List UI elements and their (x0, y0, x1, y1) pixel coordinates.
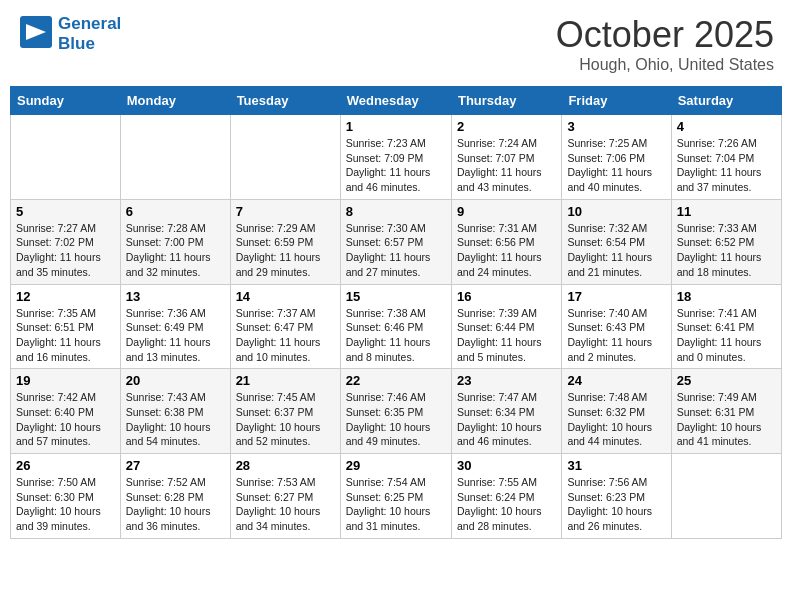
day-info: Daylight: 11 hours and 24 minutes. (457, 250, 556, 279)
day-info: Sunset: 6:37 PM (236, 405, 335, 420)
calendar-cell: 7Sunrise: 7:29 AMSunset: 6:59 PMDaylight… (230, 199, 340, 284)
weekday-header: Friday (562, 87, 671, 115)
day-info: Sunset: 6:46 PM (346, 320, 446, 335)
day-number: 28 (236, 458, 335, 473)
logo: General Blue (18, 14, 121, 54)
calendar-cell: 27Sunrise: 7:52 AMSunset: 6:28 PMDayligh… (120, 454, 230, 539)
day-info: Sunset: 6:32 PM (567, 405, 665, 420)
calendar-week-row: 12Sunrise: 7:35 AMSunset: 6:51 PMDayligh… (11, 284, 782, 369)
day-info: Sunrise: 7:50 AM (16, 475, 115, 490)
day-info: Sunset: 6:52 PM (677, 235, 776, 250)
day-info: Sunrise: 7:47 AM (457, 390, 556, 405)
calendar-cell: 12Sunrise: 7:35 AMSunset: 6:51 PMDayligh… (11, 284, 121, 369)
calendar-cell: 9Sunrise: 7:31 AMSunset: 6:56 PMDaylight… (451, 199, 561, 284)
calendar-cell: 2Sunrise: 7:24 AMSunset: 7:07 PMDaylight… (451, 115, 561, 200)
calendar-cell (230, 115, 340, 200)
day-number: 1 (346, 119, 446, 134)
day-info: Daylight: 10 hours and 52 minutes. (236, 420, 335, 449)
day-info: Sunset: 6:28 PM (126, 490, 225, 505)
logo-icon (18, 14, 54, 54)
calendar-cell: 14Sunrise: 7:37 AMSunset: 6:47 PMDayligh… (230, 284, 340, 369)
day-number: 20 (126, 373, 225, 388)
calendar-week-row: 26Sunrise: 7:50 AMSunset: 6:30 PMDayligh… (11, 454, 782, 539)
day-info: Sunrise: 7:36 AM (126, 306, 225, 321)
day-info: Sunrise: 7:29 AM (236, 221, 335, 236)
day-info: Sunrise: 7:40 AM (567, 306, 665, 321)
day-info: Daylight: 11 hours and 10 minutes. (236, 335, 335, 364)
day-info: Sunrise: 7:35 AM (16, 306, 115, 321)
day-info: Sunset: 7:00 PM (126, 235, 225, 250)
calendar-cell: 20Sunrise: 7:43 AMSunset: 6:38 PMDayligh… (120, 369, 230, 454)
day-info: Daylight: 11 hours and 13 minutes. (126, 335, 225, 364)
day-info: Sunset: 6:27 PM (236, 490, 335, 505)
weekday-header: Monday (120, 87, 230, 115)
calendar-cell (120, 115, 230, 200)
day-info: Sunrise: 7:30 AM (346, 221, 446, 236)
title-area: October 2025 Hough, Ohio, United States (556, 14, 774, 74)
weekday-header: Sunday (11, 87, 121, 115)
calendar-cell: 24Sunrise: 7:48 AMSunset: 6:32 PMDayligh… (562, 369, 671, 454)
day-number: 15 (346, 289, 446, 304)
weekday-header: Thursday (451, 87, 561, 115)
day-info: Daylight: 10 hours and 39 minutes. (16, 504, 115, 533)
day-info: Daylight: 11 hours and 37 minutes. (677, 165, 776, 194)
day-info: Sunrise: 7:31 AM (457, 221, 556, 236)
day-info: Sunrise: 7:38 AM (346, 306, 446, 321)
calendar-cell: 30Sunrise: 7:55 AMSunset: 6:24 PMDayligh… (451, 454, 561, 539)
day-info: Sunset: 7:09 PM (346, 151, 446, 166)
calendar-cell: 4Sunrise: 7:26 AMSunset: 7:04 PMDaylight… (671, 115, 781, 200)
day-number: 25 (677, 373, 776, 388)
day-info: Sunset: 6:49 PM (126, 320, 225, 335)
day-number: 7 (236, 204, 335, 219)
calendar-cell: 25Sunrise: 7:49 AMSunset: 6:31 PMDayligh… (671, 369, 781, 454)
day-number: 14 (236, 289, 335, 304)
calendar-cell: 21Sunrise: 7:45 AMSunset: 6:37 PMDayligh… (230, 369, 340, 454)
day-info: Daylight: 11 hours and 21 minutes. (567, 250, 665, 279)
day-number: 12 (16, 289, 115, 304)
day-info: Daylight: 11 hours and 35 minutes. (16, 250, 115, 279)
day-info: Daylight: 10 hours and 49 minutes. (346, 420, 446, 449)
day-number: 6 (126, 204, 225, 219)
day-number: 10 (567, 204, 665, 219)
day-info: Daylight: 11 hours and 27 minutes. (346, 250, 446, 279)
day-number: 26 (16, 458, 115, 473)
day-info: Daylight: 10 hours and 28 minutes. (457, 504, 556, 533)
day-number: 16 (457, 289, 556, 304)
day-number: 27 (126, 458, 225, 473)
day-number: 21 (236, 373, 335, 388)
weekday-header: Tuesday (230, 87, 340, 115)
calendar-cell: 5Sunrise: 7:27 AMSunset: 7:02 PMDaylight… (11, 199, 121, 284)
day-info: Daylight: 11 hours and 18 minutes. (677, 250, 776, 279)
day-info: Sunrise: 7:56 AM (567, 475, 665, 490)
calendar-cell: 11Sunrise: 7:33 AMSunset: 6:52 PMDayligh… (671, 199, 781, 284)
day-info: Sunset: 6:31 PM (677, 405, 776, 420)
calendar-week-row: 19Sunrise: 7:42 AMSunset: 6:40 PMDayligh… (11, 369, 782, 454)
day-info: Daylight: 11 hours and 43 minutes. (457, 165, 556, 194)
calendar-cell: 31Sunrise: 7:56 AMSunset: 6:23 PMDayligh… (562, 454, 671, 539)
day-info: Daylight: 11 hours and 29 minutes. (236, 250, 335, 279)
day-number: 30 (457, 458, 556, 473)
day-info: Daylight: 10 hours and 36 minutes. (126, 504, 225, 533)
day-info: Sunrise: 7:52 AM (126, 475, 225, 490)
calendar-cell: 8Sunrise: 7:30 AMSunset: 6:57 PMDaylight… (340, 199, 451, 284)
day-info: Sunrise: 7:55 AM (457, 475, 556, 490)
day-info: Sunset: 6:44 PM (457, 320, 556, 335)
day-number: 8 (346, 204, 446, 219)
day-info: Sunrise: 7:53 AM (236, 475, 335, 490)
weekday-header-row: SundayMondayTuesdayWednesdayThursdayFrid… (11, 87, 782, 115)
day-info: Sunrise: 7:23 AM (346, 136, 446, 151)
day-number: 31 (567, 458, 665, 473)
calendar-cell: 1Sunrise: 7:23 AMSunset: 7:09 PMDaylight… (340, 115, 451, 200)
day-info: Sunrise: 7:49 AM (677, 390, 776, 405)
day-number: 9 (457, 204, 556, 219)
day-info: Sunset: 6:47 PM (236, 320, 335, 335)
page-header: General Blue October 2025 Hough, Ohio, U… (10, 10, 782, 78)
day-info: Sunset: 6:25 PM (346, 490, 446, 505)
day-info: Daylight: 11 hours and 16 minutes. (16, 335, 115, 364)
day-number: 3 (567, 119, 665, 134)
day-info: Sunrise: 7:43 AM (126, 390, 225, 405)
day-info: Sunset: 6:23 PM (567, 490, 665, 505)
day-info: Daylight: 10 hours and 41 minutes. (677, 420, 776, 449)
day-info: Sunset: 6:34 PM (457, 405, 556, 420)
day-number: 24 (567, 373, 665, 388)
